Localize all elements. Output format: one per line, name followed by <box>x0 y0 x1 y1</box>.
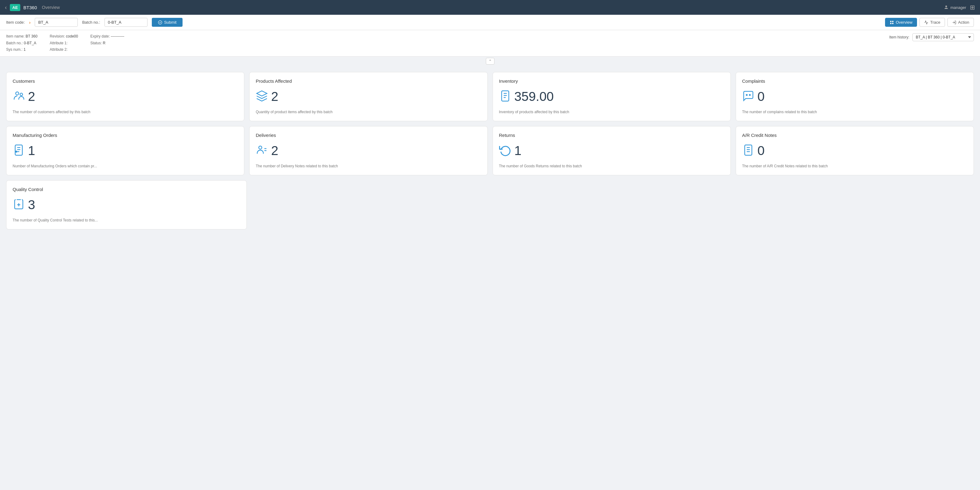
svg-rect-23 <box>745 145 752 155</box>
quality-control-description: The number of Quality Control Tests rela… <box>13 218 240 223</box>
item-code-input[interactable] <box>35 18 78 27</box>
products-affected-card[interactable]: Products Affected 2 Quantity of product … <box>249 72 487 121</box>
svg-rect-4 <box>890 23 891 24</box>
action-tab[interactable]: Action <box>947 18 974 27</box>
svg-point-14 <box>749 94 750 95</box>
status-info: Status: R <box>90 40 124 47</box>
svg-rect-5 <box>892 23 893 24</box>
submit-button[interactable]: Submit <box>152 18 183 27</box>
complaints-card[interactable]: Complaints 0 The number of complains rel… <box>736 72 974 121</box>
cards-row-2: Manufacturing Orders 1 Number of Manufac… <box>6 126 974 176</box>
manufacturing-orders-card[interactable]: Manufacturing Orders 1 Number of Manufac… <box>6 126 244 176</box>
inventory-card[interactable]: Inventory 359.00 Inventory of products a… <box>493 72 731 121</box>
svg-rect-15 <box>15 145 22 155</box>
info-col-1: Item name: BT 360 Batch no.: 0-BT_A Sys … <box>6 33 38 53</box>
complaints-description: The number of complains related to this … <box>742 110 967 115</box>
main-content: Customers 2 The number of customers affe… <box>0 66 980 236</box>
svg-point-0 <box>945 6 947 7</box>
svg-marker-8 <box>257 91 267 96</box>
inventory-description: Inventory of products affected by this b… <box>499 110 724 115</box>
ar-credit-value-row: 0 <box>742 144 967 158</box>
returns-icon <box>499 144 511 158</box>
grid-menu-icon[interactable]: ⊞ <box>970 4 975 11</box>
manufacturing-number: 1 <box>28 144 35 157</box>
trace-tab[interactable]: Trace <box>920 18 945 27</box>
svg-point-1 <box>158 21 162 24</box>
returns-value-row: 1 <box>499 144 724 158</box>
cards-row-3: Quality Control 3 The number of Quality … <box>6 180 974 230</box>
ar-credit-notes-card[interactable]: A/R Credit Notes 0 The number of A/R Cre… <box>736 126 974 176</box>
history-label: Item history: <box>889 35 909 39</box>
customers-title: Customers <box>13 78 238 84</box>
returns-description: The number of Goods Returns related to t… <box>499 164 724 169</box>
info-col-3: Expiry date: ----------- Status: R <box>90 33 124 46</box>
attribute2-info: Attribute 2: <box>50 46 78 53</box>
app-name: BT360 <box>23 5 37 10</box>
svg-rect-9 <box>501 91 509 101</box>
quality-control-icon <box>13 198 25 212</box>
deliveries-icon <box>256 144 268 158</box>
username: manager <box>950 5 966 10</box>
ar-credit-number: 0 <box>757 144 765 157</box>
info-col-2: Revision: code00 Attribute 1: Attribute … <box>50 33 78 53</box>
returns-number: 1 <box>514 144 522 157</box>
svg-point-20 <box>259 146 262 149</box>
batch-no-input[interactable] <box>105 18 148 27</box>
mfg-value-row: 1 <box>13 144 238 158</box>
customers-value-row: 2 <box>13 90 238 104</box>
attribute1-info: Attribute 1: <box>50 40 78 47</box>
complaints-title: Complaints <box>742 78 967 84</box>
returns-card[interactable]: Returns 1 The number of Goods Returns re… <box>493 126 731 176</box>
batch-no-label: Batch no.: <box>82 20 100 25</box>
deliveries-card[interactable]: Deliveries 2 The number of Delivery Note… <box>249 126 487 176</box>
svg-point-7 <box>20 93 22 96</box>
quality-control-card[interactable]: Quality Control 3 The number of Quality … <box>6 180 247 230</box>
action-icon <box>952 20 956 25</box>
quality-control-number: 3 <box>28 198 35 211</box>
sys-num-info: Sys num.: 1 <box>6 46 38 53</box>
products-affected-title: Products Affected <box>256 78 481 84</box>
batch-no-info: Batch no.: 0-BT_A <box>6 40 38 47</box>
item-name-info: Item name: BT 360 <box>6 33 38 40</box>
deliveries-description: The number of Delivery Notes related to … <box>256 164 481 169</box>
customers-icon <box>13 90 25 104</box>
item-code-arrow: › <box>29 20 31 25</box>
products-number: 2 <box>271 90 278 103</box>
svg-rect-2 <box>890 21 891 22</box>
toolbar: Item code: › Batch no.: Submit Overview … <box>0 15 980 30</box>
collapse-button[interactable]: ⌃ <box>486 58 495 65</box>
back-button[interactable]: ‹ <box>5 4 7 11</box>
topnav-right: manager ⊞ <box>944 4 975 11</box>
submit-icon <box>158 20 162 25</box>
cards-row-1: Customers 2 The number of customers affe… <box>6 72 974 121</box>
manufacturing-description: Number of Manufacturing Orders which con… <box>13 164 238 169</box>
quality-control-title: Quality Control <box>13 187 240 192</box>
item-info-row: Item name: BT 360 Batch no.: 0-BT_A Sys … <box>0 30 980 57</box>
revision-info: Revision: code00 <box>50 33 78 40</box>
inventory-number: 359.00 <box>514 90 554 103</box>
returns-title: Returns <box>499 132 724 138</box>
customers-card[interactable]: Customers 2 The number of customers affe… <box>6 72 244 121</box>
deliveries-value-row: 2 <box>256 144 481 158</box>
item-code-label: Item code: <box>6 20 25 25</box>
svg-rect-3 <box>892 21 893 22</box>
app-logo: AE <box>10 4 20 11</box>
customers-number: 2 <box>28 90 35 103</box>
overview-tab[interactable]: Overview <box>885 18 917 27</box>
trace-icon <box>924 20 928 25</box>
deliveries-number: 2 <box>271 144 278 157</box>
inventory-icon <box>499 90 511 104</box>
view-tabs: Overview Trace Action <box>885 18 974 27</box>
inventory-value-row: 359.00 <box>499 90 724 104</box>
item-history-section: Item history: BT_A | BT 360 | 0-BT_A <box>889 33 974 41</box>
deliveries-title: Deliveries <box>256 132 481 138</box>
products-description: Quantity of product items affected by th… <box>256 110 481 115</box>
ar-credit-notes-title: A/R Credit Notes <box>742 132 967 138</box>
products-icon <box>256 90 268 104</box>
ar-credit-description: The number of A/R Credit Notes related t… <box>742 164 967 169</box>
manufacturing-icon <box>13 144 25 158</box>
history-select[interactable]: BT_A | BT 360 | 0-BT_A <box>912 33 974 41</box>
ar-credit-icon <box>742 144 754 158</box>
expiry-info: Expiry date: ----------- <box>90 33 124 40</box>
complaints-number: 0 <box>757 90 765 103</box>
